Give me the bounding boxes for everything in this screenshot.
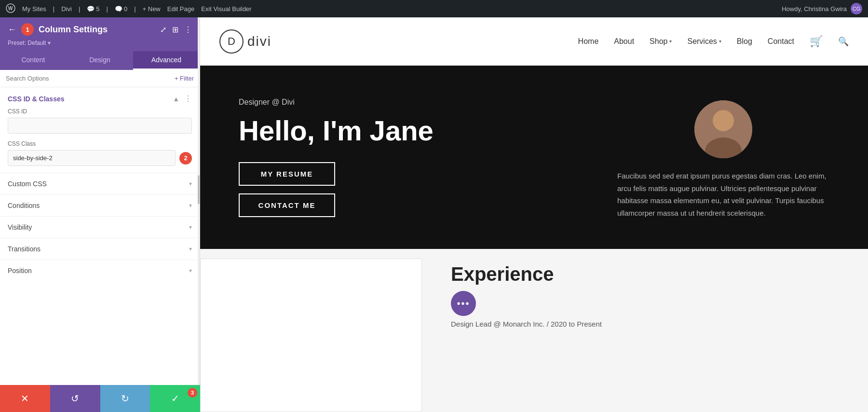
- conditions-label: Conditions: [8, 202, 40, 209]
- admin-edit-page-button[interactable]: Edit Page: [167, 5, 194, 13]
- column-settings-panel: ← 1 Column Settings ⤢ ⊞ ⋮ Preset: Defaul…: [0, 17, 200, 412]
- panel-search-row: + Filter: [0, 70, 200, 87]
- right-content: D divi Home About Shop ▾ Services ▾ Blog…: [200, 17, 868, 412]
- css-class-input-wrapper: [8, 150, 176, 166]
- avatar-image: [694, 100, 752, 158]
- nav-shop[interactable]: Shop ▾: [650, 37, 672, 46]
- visibility-label: Visibility: [8, 223, 32, 231]
- contact-me-button[interactable]: CONTACT ME: [239, 193, 335, 217]
- my-resume-button[interactable]: MY RESUME: [239, 162, 335, 186]
- back-arrow-icon[interactable]: ←: [8, 25, 16, 35]
- css-id-classes-section-header: CSS ID & Classes ▲ ⋮: [0, 87, 200, 108]
- more-options-icon-button[interactable]: ⋮: [184, 25, 192, 34]
- purple-dots-button[interactable]: •••: [451, 291, 476, 316]
- css-class-field-group: CSS Class 2: [0, 140, 200, 173]
- save-icon: ✓: [171, 393, 179, 404]
- visibility-chevron-icon: ▾: [189, 224, 192, 231]
- nav-home[interactable]: Home: [578, 37, 599, 46]
- hero-buttons: MY RESUME CONTACT ME: [239, 162, 598, 217]
- conditions-chevron-icon: ▾: [189, 202, 192, 209]
- admin-my-sites[interactable]: My Sites: [22, 5, 46, 13]
- panel-header: ← 1 Column Settings ⤢ ⊞ ⋮ Preset: Defaul…: [0, 17, 200, 51]
- transitions-accordion-header[interactable]: Transitions ▾: [0, 238, 200, 260]
- wordpress-icon[interactable]: W: [6, 3, 15, 14]
- admin-bar-right: Howdy, Christina Gwira CG: [782, 3, 862, 14]
- hero-left: Designer @ Divi Hello, I'm Jane MY RESUM…: [239, 98, 598, 217]
- conditions-accordion-header[interactable]: Conditions ▾: [0, 195, 200, 216]
- avatar: [694, 100, 752, 158]
- panel-bottom-actions: ✕ ↺ ↻ ✓ 3: [0, 385, 200, 412]
- site-logo: D divi: [219, 29, 271, 54]
- admin-pending[interactable]: 🗨️ 0: [115, 5, 127, 13]
- pending-count: 0: [124, 5, 127, 13]
- admin-new-button[interactable]: + New: [143, 5, 161, 13]
- hero-bio-text: Faucibus sed sed erat ipsum purus egesta…: [617, 170, 829, 219]
- comments-icon: 💬: [87, 5, 95, 13]
- lower-content: Experience ••• Design Lead @ Monarch Inc…: [200, 249, 868, 412]
- redo-icon: ↻: [121, 393, 129, 404]
- css-id-label: CSS ID: [8, 108, 192, 115]
- badge-2: 2: [179, 152, 192, 165]
- admin-divi[interactable]: Divi: [61, 5, 72, 13]
- hero-title: Hello, I'm Jane: [239, 114, 598, 147]
- main-layout: ← 1 Column Settings ⤢ ⊞ ⋮ Preset: Defaul…: [0, 17, 868, 412]
- section-more-button[interactable]: ⋮: [184, 94, 192, 103]
- badge-1: 1: [21, 23, 34, 36]
- section-header-right: ▲ ⋮: [173, 94, 192, 103]
- panel-content: CSS ID & Classes ▲ ⋮ CSS ID CSS Class 2: [0, 87, 200, 412]
- grid-icon-button[interactable]: ⊞: [172, 25, 178, 34]
- nav-contact[interactable]: Contact: [768, 37, 794, 46]
- nav-services[interactable]: Services ▾: [687, 37, 721, 46]
- howdy-text: Howdy, Christina Gwira: [782, 5, 847, 13]
- transitions-accordion: Transitions ▾: [0, 238, 200, 260]
- nav-blog[interactable]: Blog: [737, 37, 752, 46]
- panel-header-icons: ⤢ ⊞ ⋮: [160, 25, 192, 34]
- custom-css-accordion-header[interactable]: Custom CSS ▾: [0, 173, 200, 194]
- pending-icon: 🗨️: [115, 5, 122, 13]
- undo-button[interactable]: ↺: [50, 385, 100, 412]
- search-options-input[interactable]: [6, 75, 171, 82]
- experience-title: Experience: [451, 263, 839, 285]
- css-id-input[interactable]: [8, 118, 192, 134]
- cart-icon[interactable]: 🛒: [810, 35, 823, 48]
- tab-advanced[interactable]: Advanced: [133, 51, 200, 70]
- user-avatar[interactable]: CG: [851, 3, 862, 14]
- separator4: |: [134, 5, 136, 13]
- panel-title-text: Column Settings: [39, 25, 108, 35]
- css-class-input[interactable]: [8, 150, 176, 166]
- tab-content[interactable]: Content: [0, 51, 67, 70]
- position-accordion-header[interactable]: Position ▾: [0, 260, 200, 281]
- hero-right: Faucibus sed sed erat ipsum purus egesta…: [617, 96, 829, 219]
- panel-tabs: Content Design Advanced: [0, 51, 200, 70]
- undo-icon: ↺: [71, 393, 79, 404]
- filter-button[interactable]: + Filter: [175, 75, 194, 82]
- cancel-icon: ✕: [21, 393, 29, 404]
- preset-label[interactable]: Preset: Default ▾: [8, 40, 192, 46]
- admin-comments[interactable]: 💬 5: [87, 5, 99, 13]
- nav-about[interactable]: About: [614, 37, 634, 46]
- lower-right-experience: Experience ••• Design Lead @ Monarch Inc…: [422, 249, 868, 412]
- resize-icon-button[interactable]: ⤢: [160, 25, 166, 34]
- conditions-accordion: Conditions ▾: [0, 194, 200, 216]
- panel-scroll-indicator: [198, 17, 200, 412]
- collapse-section-button[interactable]: ▲: [173, 95, 179, 103]
- position-label: Position: [8, 267, 32, 275]
- redo-button[interactable]: ↻: [100, 385, 150, 412]
- lower-left-box: [200, 259, 422, 412]
- custom-css-accordion: Custom CSS ▾: [0, 173, 200, 194]
- custom-css-label: Custom CSS: [8, 180, 47, 188]
- experience-subtitle: Design Lead @ Monarch Inc. / 2020 to Pre…: [451, 320, 839, 328]
- site-header: D divi Home About Shop ▾ Services ▾ Blog…: [200, 17, 868, 66]
- hero-section: Designer @ Divi Hello, I'm Jane MY RESUM…: [200, 66, 868, 249]
- css-id-classes-title: CSS ID & Classes: [8, 95, 65, 103]
- panel-title-left: ← 1 Column Settings: [8, 23, 108, 36]
- shop-chevron-icon: ▾: [669, 39, 672, 44]
- tab-design[interactable]: Design: [67, 51, 133, 70]
- search-icon[interactable]: 🔍: [838, 36, 849, 47]
- visibility-accordion-header[interactable]: Visibility ▾: [0, 217, 200, 238]
- admin-bar: W My Sites | Divi | 💬 5 | 🗨️ 0 | + New E…: [0, 0, 868, 17]
- admin-bar-left: W My Sites | Divi | 💬 5 | 🗨️ 0 | + New E…: [6, 3, 775, 14]
- cancel-button[interactable]: ✕: [0, 385, 50, 412]
- save-button[interactable]: ✓ 3: [150, 385, 200, 412]
- admin-exit-builder-button[interactable]: Exit Visual Builder: [201, 5, 252, 13]
